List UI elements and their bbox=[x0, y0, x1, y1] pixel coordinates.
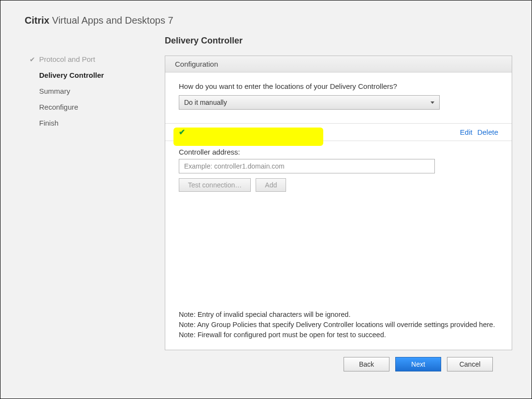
edit-controller-link[interactable]: Edit bbox=[460, 128, 473, 136]
controller-entry-row: ✔ Edit Delete bbox=[165, 123, 512, 141]
wizard-sidebar: ✔ Protocol and Port Delivery Controller … bbox=[0, 36, 145, 371]
step-protocol-and-port[interactable]: ✔ Protocol and Port bbox=[29, 55, 145, 63]
panel-body: How do you want to enter the locations o… bbox=[165, 72, 512, 350]
note-line: Note: Firewall for configured port must … bbox=[179, 330, 498, 340]
page-title: Delivery Controller bbox=[165, 36, 512, 46]
notes-block: Note: Entry of invalid special character… bbox=[179, 301, 498, 345]
checkmark-icon: ✔ bbox=[29, 56, 35, 63]
controller-address-label: Controller address: bbox=[179, 148, 498, 156]
cancel-button[interactable]: Cancel bbox=[447, 357, 493, 371]
step-reconfigure[interactable]: Reconfigure bbox=[29, 103, 145, 111]
wizard-footer: Back Next Cancel bbox=[165, 350, 512, 371]
note-line: Note: Entry of invalid special character… bbox=[179, 310, 498, 320]
note-line: Note: Any Group Policies that specify De… bbox=[179, 320, 498, 330]
wizard-window: Citrix Virtual Apps and Desktops 7 ✔ Pro… bbox=[0, 0, 532, 399]
dropdown-selected: Do it manually bbox=[184, 99, 227, 106]
entry-mode-dropdown[interactable]: Do it manually bbox=[179, 95, 440, 110]
product-name: Virtual Apps and Desktops 7 bbox=[52, 15, 173, 26]
redacted-highlight bbox=[173, 128, 323, 146]
app-header: Citrix Virtual Apps and Desktops 7 bbox=[0, 0, 532, 36]
next-button[interactable]: Next bbox=[395, 357, 441, 371]
step-finish[interactable]: Finish bbox=[29, 119, 145, 127]
add-controller-button[interactable]: Add bbox=[256, 178, 286, 192]
step-delivery-controller[interactable]: Delivery Controller bbox=[29, 71, 145, 79]
panel-header: Configuration bbox=[165, 56, 512, 72]
configuration-panel: Configuration How do you want to enter t… bbox=[165, 56, 512, 350]
step-label: Finish bbox=[39, 119, 58, 127]
success-check-icon: ✔ bbox=[179, 128, 185, 137]
step-label: Delivery Controller bbox=[39, 71, 104, 79]
brand-name: Citrix bbox=[25, 15, 49, 26]
entry-mode-question: How do you want to enter the locations o… bbox=[179, 82, 498, 90]
test-connection-button[interactable]: Test connection… bbox=[179, 178, 251, 192]
step-label: Protocol and Port bbox=[39, 55, 95, 63]
controller-address-input[interactable] bbox=[179, 159, 435, 173]
delete-controller-link[interactable]: Delete bbox=[477, 128, 498, 136]
back-button[interactable]: Back bbox=[344, 357, 389, 371]
step-label: Reconfigure bbox=[39, 103, 78, 111]
step-summary[interactable]: Summary bbox=[29, 87, 145, 95]
step-label: Summary bbox=[39, 87, 70, 95]
content-area: Delivery Controller Configuration How do… bbox=[145, 36, 532, 371]
